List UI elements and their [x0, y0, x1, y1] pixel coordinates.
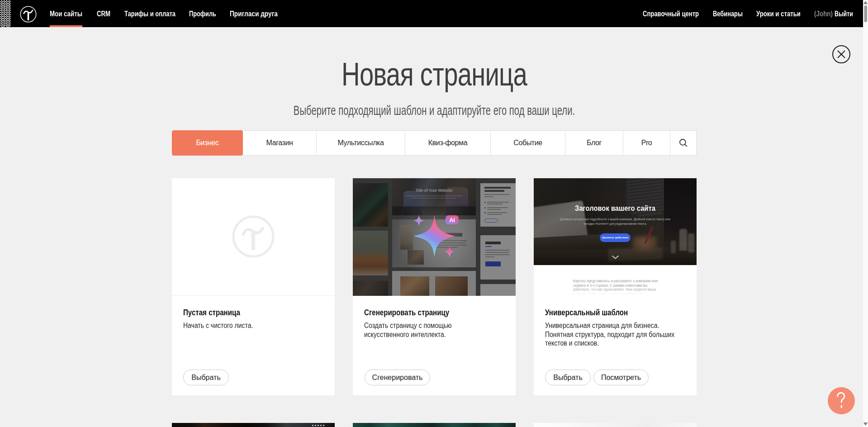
svg-text:AI: AI — [449, 217, 455, 223]
